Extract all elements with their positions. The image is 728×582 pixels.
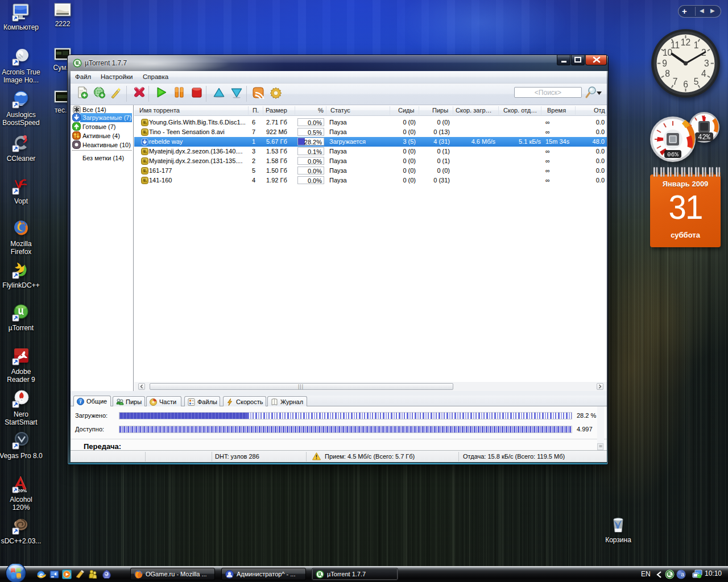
svg-text:4: 4 [701, 69, 706, 78]
svg-text:5: 5 [694, 77, 699, 86]
svg-text:6: 6 [683, 80, 688, 89]
svg-text:7: 7 [673, 77, 678, 86]
svg-text:1: 1 [694, 40, 699, 50]
svg-text:12: 12 [681, 38, 690, 47]
svg-text:3: 3 [704, 59, 709, 68]
svg-text:e: e [39, 571, 43, 578]
svg-text:11: 11 [671, 40, 680, 50]
svg-text:06%: 06% [667, 151, 679, 158]
svg-text:8: 8 [665, 69, 670, 78]
svg-text:9: 9 [662, 59, 667, 68]
svg-text:42%: 42% [698, 134, 710, 142]
svg-text:a: a [681, 571, 684, 577]
